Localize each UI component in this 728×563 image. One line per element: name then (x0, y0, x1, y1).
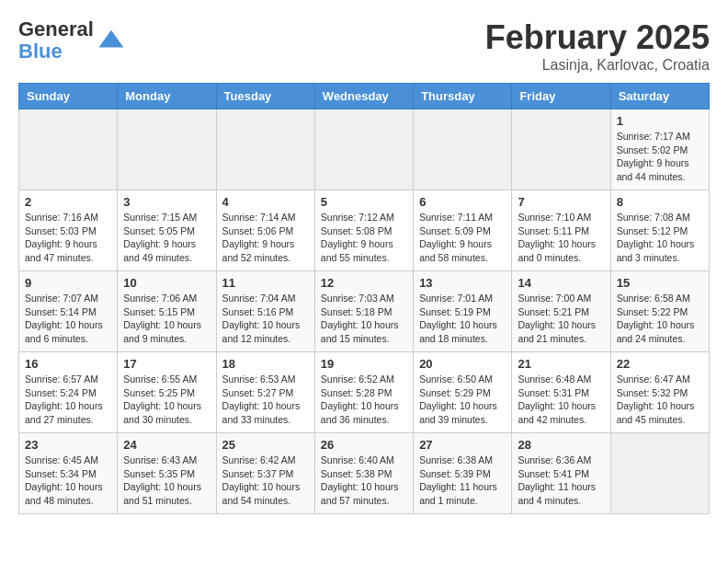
day-info: Sunrise: 6:58 AM Sunset: 5:22 PM Dayligh… (617, 292, 703, 346)
day-number: 5 (321, 195, 407, 209)
calendar-cell: 15Sunrise: 6:58 AM Sunset: 5:22 PM Dayli… (610, 271, 709, 352)
day-info: Sunrise: 7:11 AM Sunset: 5:09 PM Dayligh… (419, 211, 506, 265)
calendar-cell: 1Sunrise: 7:17 AM Sunset: 5:02 PM Daylig… (610, 109, 709, 190)
weekday-header: Sunday (19, 84, 118, 109)
weekday-header: Thursday (414, 84, 512, 109)
calendar-cell: 22Sunrise: 6:47 AM Sunset: 5:32 PM Dayli… (610, 352, 709, 433)
weekday-header: Wednesday (314, 84, 413, 109)
calendar-cell: 14Sunrise: 7:00 AM Sunset: 5:21 PM Dayli… (512, 271, 610, 352)
day-info: Sunrise: 6:53 AM Sunset: 5:27 PM Dayligh… (222, 373, 309, 427)
day-number: 2 (25, 195, 111, 209)
day-number: 27 (419, 438, 506, 452)
day-info: Sunrise: 7:10 AM Sunset: 5:11 PM Dayligh… (518, 211, 604, 265)
page-header: GeneralBlue February 2025 Lasinja, Karlo… (18, 18, 710, 74)
day-info: Sunrise: 7:07 AM Sunset: 5:14 PM Dayligh… (25, 292, 111, 346)
weekday-header: Friday (512, 84, 610, 109)
day-number: 12 (321, 276, 407, 290)
calendar-week-row: 16Sunrise: 6:57 AM Sunset: 5:24 PM Dayli… (19, 352, 710, 433)
calendar-cell: 3Sunrise: 7:15 AM Sunset: 5:05 PM Daylig… (118, 190, 216, 271)
location: Lasinja, Karlovac, Croatia (485, 57, 710, 74)
logo-icon (97, 27, 125, 54)
calendar-cell: 28Sunrise: 6:36 AM Sunset: 5:41 PM Dayli… (512, 433, 610, 514)
calendar-cell: 9Sunrise: 7:07 AM Sunset: 5:14 PM Daylig… (19, 271, 118, 352)
calendar-cell: 4Sunrise: 7:14 AM Sunset: 5:06 PM Daylig… (216, 190, 314, 271)
calendar-cell: 21Sunrise: 6:48 AM Sunset: 5:31 PM Dayli… (512, 352, 610, 433)
calendar-cell: 5Sunrise: 7:12 AM Sunset: 5:08 PM Daylig… (314, 190, 413, 271)
title-block: February 2025 Lasinja, Karlovac, Croatia (485, 18, 710, 74)
day-number: 28 (518, 438, 604, 452)
calendar-cell: 11Sunrise: 7:04 AM Sunset: 5:16 PM Dayli… (216, 271, 314, 352)
day-info: Sunrise: 6:47 AM Sunset: 5:32 PM Dayligh… (617, 373, 703, 427)
calendar-cell: 20Sunrise: 6:50 AM Sunset: 5:29 PM Dayli… (414, 352, 512, 433)
day-number: 8 (617, 195, 703, 209)
day-number: 22 (617, 357, 703, 371)
day-info: Sunrise: 7:04 AM Sunset: 5:16 PM Dayligh… (222, 292, 309, 346)
day-info: Sunrise: 6:40 AM Sunset: 5:38 PM Dayligh… (321, 454, 407, 508)
calendar-cell (512, 109, 610, 190)
day-number: 16 (25, 357, 111, 371)
day-number: 11 (222, 276, 309, 290)
logo-text: GeneralBlue (18, 18, 94, 63)
day-number: 26 (321, 438, 407, 452)
day-info: Sunrise: 7:12 AM Sunset: 5:08 PM Dayligh… (321, 211, 407, 265)
day-number: 25 (222, 438, 309, 452)
calendar-week-row: 1Sunrise: 7:17 AM Sunset: 5:02 PM Daylig… (19, 109, 710, 190)
calendar-cell: 24Sunrise: 6:43 AM Sunset: 5:35 PM Dayli… (118, 433, 216, 514)
day-number: 1 (617, 114, 703, 128)
day-number: 23 (25, 438, 111, 452)
day-info: Sunrise: 6:38 AM Sunset: 5:39 PM Dayligh… (419, 454, 506, 508)
calendar-cell: 6Sunrise: 7:11 AM Sunset: 5:09 PM Daylig… (414, 190, 512, 271)
weekday-header: Monday (118, 84, 216, 109)
day-number: 15 (617, 276, 703, 290)
calendar-cell (314, 109, 413, 190)
day-number: 9 (25, 276, 111, 290)
day-info: Sunrise: 7:01 AM Sunset: 5:19 PM Dayligh… (419, 292, 506, 346)
calendar-cell: 18Sunrise: 6:53 AM Sunset: 5:27 PM Dayli… (216, 352, 314, 433)
weekday-header-row: SundayMondayTuesdayWednesdayThursdayFrid… (19, 84, 710, 109)
calendar-week-row: 9Sunrise: 7:07 AM Sunset: 5:14 PM Daylig… (19, 271, 710, 352)
calendar-cell (216, 109, 314, 190)
day-number: 13 (419, 276, 506, 290)
calendar-cell (19, 109, 118, 190)
logo: GeneralBlue (18, 18, 125, 63)
day-number: 7 (518, 195, 604, 209)
calendar-cell (610, 433, 709, 514)
day-info: Sunrise: 6:50 AM Sunset: 5:29 PM Dayligh… (419, 373, 506, 427)
day-info: Sunrise: 6:45 AM Sunset: 5:34 PM Dayligh… (25, 454, 111, 508)
day-number: 21 (518, 357, 604, 371)
calendar-cell: 19Sunrise: 6:52 AM Sunset: 5:28 PM Dayli… (314, 352, 413, 433)
day-number: 20 (419, 357, 506, 371)
day-info: Sunrise: 7:08 AM Sunset: 5:12 PM Dayligh… (617, 211, 703, 265)
calendar-cell: 13Sunrise: 7:01 AM Sunset: 5:19 PM Dayli… (414, 271, 512, 352)
calendar-cell: 2Sunrise: 7:16 AM Sunset: 5:03 PM Daylig… (19, 190, 118, 271)
calendar-cell (414, 109, 512, 190)
day-number: 14 (518, 276, 604, 290)
day-number: 19 (321, 357, 407, 371)
day-number: 6 (419, 195, 506, 209)
day-number: 3 (123, 195, 210, 209)
day-info: Sunrise: 7:17 AM Sunset: 5:02 PM Dayligh… (617, 130, 703, 184)
calendar-cell: 12Sunrise: 7:03 AM Sunset: 5:18 PM Dayli… (314, 271, 413, 352)
calendar-cell: 17Sunrise: 6:55 AM Sunset: 5:25 PM Dayli… (118, 352, 216, 433)
calendar-cell: 25Sunrise: 6:42 AM Sunset: 5:37 PM Dayli… (216, 433, 314, 514)
day-number: 10 (123, 276, 210, 290)
day-info: Sunrise: 6:36 AM Sunset: 5:41 PM Dayligh… (518, 454, 604, 508)
svg-marker-0 (98, 30, 123, 48)
calendar-cell: 8Sunrise: 7:08 AM Sunset: 5:12 PM Daylig… (610, 190, 709, 271)
weekday-header: Tuesday (216, 84, 314, 109)
day-number: 24 (123, 438, 210, 452)
day-info: Sunrise: 6:48 AM Sunset: 5:31 PM Dayligh… (518, 373, 604, 427)
calendar-cell: 10Sunrise: 7:06 AM Sunset: 5:15 PM Dayli… (118, 271, 216, 352)
day-info: Sunrise: 7:03 AM Sunset: 5:18 PM Dayligh… (321, 292, 407, 346)
day-info: Sunrise: 6:57 AM Sunset: 5:24 PM Dayligh… (25, 373, 111, 427)
day-info: Sunrise: 7:06 AM Sunset: 5:15 PM Dayligh… (123, 292, 210, 346)
day-info: Sunrise: 7:00 AM Sunset: 5:21 PM Dayligh… (518, 292, 604, 346)
month-title: February 2025 (485, 18, 710, 57)
day-info: Sunrise: 6:52 AM Sunset: 5:28 PM Dayligh… (321, 373, 407, 427)
day-info: Sunrise: 6:43 AM Sunset: 5:35 PM Dayligh… (123, 454, 210, 508)
day-info: Sunrise: 6:55 AM Sunset: 5:25 PM Dayligh… (123, 373, 210, 427)
day-info: Sunrise: 6:42 AM Sunset: 5:37 PM Dayligh… (222, 454, 309, 508)
day-info: Sunrise: 7:14 AM Sunset: 5:06 PM Dayligh… (222, 211, 309, 265)
calendar-cell: 26Sunrise: 6:40 AM Sunset: 5:38 PM Dayli… (314, 433, 413, 514)
calendar-cell: 23Sunrise: 6:45 AM Sunset: 5:34 PM Dayli… (19, 433, 118, 514)
